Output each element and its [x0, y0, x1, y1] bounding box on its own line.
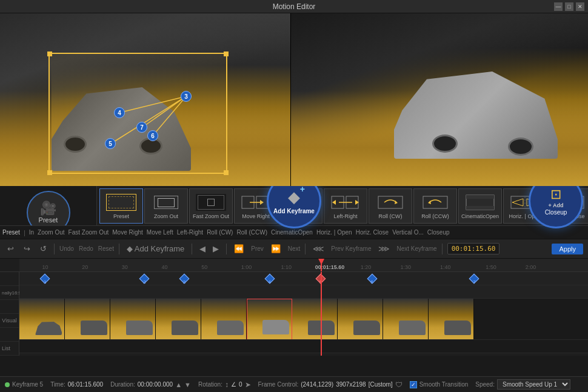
preview-left[interactable]: 3 4 5 6 7 [0, 13, 291, 186]
next-button[interactable]: ⏩ [269, 243, 283, 254]
preset-item-cinematic[interactable]: CinematicOpen [458, 188, 502, 224]
next-kf-label: Next Keyframe [396, 245, 436, 252]
vthumb-8[interactable] [383, 299, 429, 340]
prev-button[interactable]: ⏪ [232, 243, 246, 254]
apply-button[interactable]: Apply [552, 244, 583, 254]
status-time: Time: 06:01:15.600 [50, 381, 103, 388]
duration-up-button[interactable]: ▲ [175, 381, 182, 388]
undo-button[interactable]: ↩ [5, 243, 16, 254]
preset-item-roll-cw[interactable]: Roll (CW) [369, 188, 412, 224]
label-horiz-open[interactable]: Horiz. | Open [316, 229, 352, 236]
point-5[interactable]: 5 [105, 138, 116, 149]
reset-button[interactable]: ↺ [38, 243, 49, 254]
corner-br[interactable] [224, 170, 229, 175]
kf-4-label: 4 [268, 279, 270, 285]
redo-button[interactable]: ↪ [21, 243, 33, 254]
next-label: Next [288, 245, 301, 252]
label-move-right[interactable]: Move Right [112, 229, 143, 236]
label-fast-zoom-out[interactable]: Fast Zoom Out [68, 229, 109, 236]
vthumb-7[interactable] [338, 299, 383, 340]
time-value: 06:01:15.600 [68, 381, 103, 388]
corner-bl[interactable] [47, 170, 52, 175]
vthumb-5[interactable] [247, 299, 292, 340]
timeline-ruler[interactable]: 10 20 30 40 50 1:00 1:10 00:01:15.60 1:2… [0, 259, 588, 272]
corner-tr[interactable] [224, 51, 229, 56]
vthumb-2[interactable] [110, 299, 156, 340]
rotation-value: ∠ [231, 381, 236, 388]
ruler-1: 20 [82, 264, 88, 270]
left-nav-button[interactable]: ◀ [197, 243, 208, 254]
preset-item-name-2: Fast Zoom Out [193, 213, 229, 219]
svg-marker-7 [260, 200, 264, 205]
timeline-tracks: nally16:9 Visual List 1 2 3 4 [0, 272, 588, 356]
vthumb-0[interactable] [19, 299, 65, 340]
minimize-button[interactable]: — [554, 2, 563, 11]
label-cinematic[interactable]: CinematicOpen [271, 229, 313, 236]
prev-keyframe-button[interactable]: ⋘ [310, 243, 326, 254]
visual-label: Visual [2, 317, 16, 324]
video-strip[interactable] [19, 299, 588, 340]
cinematic-visual [462, 193, 498, 212]
separator-3 [192, 244, 192, 254]
next-keyframe-button[interactable]: ⋙ [376, 243, 392, 254]
ruler-2: 30 [122, 264, 128, 270]
label-roll-ccw[interactable]: Roll (CCW) [236, 229, 267, 236]
add-keyframe-button[interactable]: ◆ + Add Keyframe [267, 186, 321, 228]
corner-tl[interactable] [47, 51, 52, 56]
preview-right[interactable] [291, 13, 588, 186]
separator-2 [119, 244, 119, 254]
nally-track[interactable] [19, 285, 588, 299]
closeup-button[interactable]: ⊡ + Add Closeup [529, 186, 583, 228]
keyframe-row[interactable]: 1 2 3 4 5 6 7 [19, 272, 588, 285]
right-nav-button[interactable]: ▶ [210, 243, 221, 254]
timecode-display: 00:01:15.60 [447, 243, 500, 254]
speed-select[interactable]: Smooth Speed Up 1 Smooth Speed Up 2 Line… [497, 379, 570, 390]
close-button[interactable]: ✕ [576, 2, 584, 11]
wheel-right-rear [508, 138, 533, 156]
label-closeup[interactable]: Closeup [427, 229, 450, 236]
label-vertical[interactable]: Vertical O... [392, 229, 424, 236]
maximize-button[interactable]: □ [565, 2, 573, 11]
smooth-checkbox[interactable]: ✓ [410, 381, 417, 388]
vthumb-1[interactable] [65, 299, 110, 340]
rotation-icon: ↕ [225, 380, 229, 389]
ruler-9: 1:40 [440, 264, 451, 270]
track-content[interactable]: 1 2 3 4 5 6 7 [19, 272, 588, 356]
preset-item-left-right[interactable]: Left-Right [324, 188, 367, 224]
frame-shield-button[interactable]: 🛡 [395, 380, 403, 389]
preset-item-zoom-out[interactable]: Zoom Out [144, 188, 188, 224]
redo-label: Redo [79, 245, 93, 252]
vthumb-3[interactable] [156, 299, 201, 340]
preset-item-name-7: Roll (CCW) [421, 213, 449, 219]
roll-cw-visual [372, 193, 409, 212]
point-3[interactable]: 3 [181, 91, 192, 102]
prev-label: Prev [251, 245, 264, 252]
point-6[interactable]: 6 [147, 130, 158, 141]
label-in[interactable]: In [29, 229, 34, 236]
label-zoom-out[interactable]: Zoom Out [38, 229, 64, 236]
ruler-10: 1:50 [486, 264, 496, 270]
vthumb-4[interactable] [201, 299, 247, 340]
vthumb-6[interactable] [292, 299, 338, 340]
point-4[interactable]: 4 [114, 107, 125, 118]
preset-item-name-0: Preset [113, 213, 129, 219]
selection-box[interactable] [48, 53, 227, 174]
preview-area: 3 4 5 6 7 [0, 13, 588, 186]
preset-item-roll-ccw[interactable]: Roll (CCW) [413, 188, 457, 224]
label-preset[interactable]: Preset [2, 229, 20, 236]
duration-down-button[interactable]: ▼ [184, 381, 191, 388]
window-title: Motion Editor [273, 2, 316, 11]
preset-visual [103, 193, 139, 212]
car-7 [353, 321, 380, 335]
label-left-right[interactable]: Left-Right [177, 229, 203, 236]
preset-item-preset[interactable]: Preset [99, 188, 143, 224]
point-7[interactable]: 7 [136, 122, 147, 133]
closeup-icon: ⊡ [550, 187, 561, 202]
label-horiz-close[interactable]: Horiz. Close [356, 229, 389, 236]
add-keyframe-ctrl-button[interactable]: ◆ Add Keyframe [124, 243, 187, 254]
preset-item-fast-zoom-out[interactable]: Fast Zoom Out [189, 188, 233, 224]
label-move-left[interactable]: Move Left [147, 229, 173, 236]
label-roll-cw[interactable]: Roll (CW) [207, 229, 233, 236]
vthumb-9[interactable] [429, 299, 474, 340]
track-label-0 [0, 272, 19, 286]
